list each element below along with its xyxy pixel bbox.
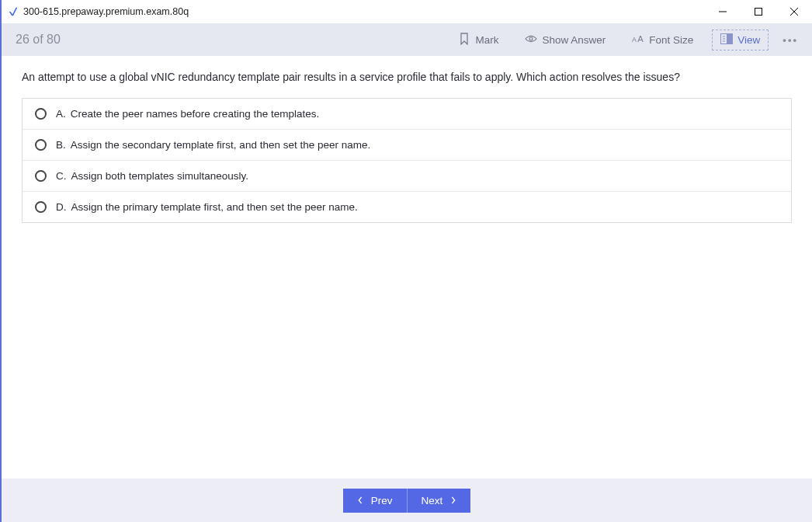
footer-nav: Prev Next bbox=[2, 478, 812, 522]
option-letter: B. bbox=[56, 139, 66, 151]
option-text: Create the peer names before creating th… bbox=[71, 108, 319, 120]
maximize-button[interactable] bbox=[741, 0, 776, 23]
option-letter: D. bbox=[56, 201, 67, 213]
radio-icon bbox=[35, 139, 47, 151]
svg-point-4 bbox=[529, 37, 533, 40]
radio-icon bbox=[35, 170, 47, 182]
next-label: Next bbox=[422, 495, 443, 506]
window-title: 300-615.prepaway.premium.exam.80q bbox=[23, 6, 705, 17]
show-answer-button[interactable]: Show Answer bbox=[517, 30, 613, 50]
minimize-button[interactable] bbox=[705, 0, 741, 23]
nav-buttons: Prev Next bbox=[343, 489, 471, 513]
option-text: Assign the primary template first, and t… bbox=[71, 201, 358, 213]
prev-button[interactable]: Prev bbox=[343, 489, 408, 513]
radio-icon bbox=[35, 201, 47, 213]
font-size-button[interactable]: AA Font Size bbox=[624, 30, 701, 50]
view-button[interactable]: View bbox=[712, 30, 769, 50]
mark-label: Mark bbox=[475, 34, 498, 46]
option-d[interactable]: D.Assign the primary template first, and… bbox=[23, 192, 791, 222]
question-text: An attempt to use a global vNIC redundan… bbox=[22, 70, 792, 85]
ellipsis-icon: ••• bbox=[783, 34, 798, 46]
option-letter: C. bbox=[56, 170, 67, 182]
toolbar: 26 of 80 Mark Show Answer AA Font Size V… bbox=[2, 23, 812, 56]
question-area: An attempt to use a global vNIC redundan… bbox=[2, 56, 812, 478]
option-c[interactable]: C.Assign both templates simultaneously. bbox=[23, 161, 791, 192]
svg-rect-1 bbox=[755, 9, 762, 16]
radio-icon bbox=[35, 108, 47, 120]
prev-label: Prev bbox=[371, 495, 393, 506]
chevron-right-icon bbox=[450, 495, 456, 506]
close-button[interactable] bbox=[776, 0, 812, 23]
app-icon bbox=[8, 6, 19, 17]
option-text: Assign the secondary template first, and… bbox=[71, 139, 370, 151]
question-counter: 26 of 80 bbox=[16, 33, 61, 47]
font-size-icon: AA bbox=[632, 33, 644, 47]
option-text: Assign both templates simultaneously. bbox=[71, 170, 249, 182]
option-letter: A. bbox=[56, 108, 66, 120]
options-list: A.Create the peer names before creating … bbox=[22, 98, 792, 223]
svg-text:A: A bbox=[632, 36, 637, 44]
more-button[interactable]: ••• bbox=[779, 31, 801, 49]
font-size-label: Font Size bbox=[649, 34, 693, 46]
option-a[interactable]: A.Create the peer names before creating … bbox=[23, 99, 791, 130]
chevron-left-icon bbox=[357, 495, 363, 506]
eye-icon bbox=[525, 33, 537, 47]
svg-text:A: A bbox=[637, 34, 644, 44]
window-titlebar: 300-615.prepaway.premium.exam.80q bbox=[2, 0, 812, 23]
svg-rect-8 bbox=[727, 33, 733, 44]
show-answer-label: Show Answer bbox=[542, 34, 606, 46]
view-icon bbox=[720, 33, 733, 47]
bookmark-icon bbox=[458, 33, 470, 47]
next-button[interactable]: Next bbox=[408, 489, 471, 513]
option-b[interactable]: B.Assign the secondary template first, a… bbox=[23, 130, 791, 161]
mark-button[interactable]: Mark bbox=[450, 30, 506, 50]
view-label: View bbox=[737, 34, 760, 46]
window-controls bbox=[705, 0, 812, 23]
